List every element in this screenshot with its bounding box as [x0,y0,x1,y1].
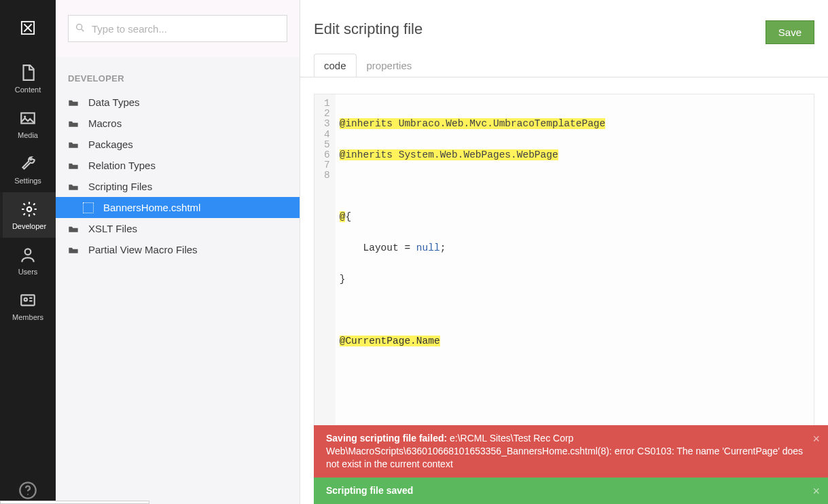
image-icon [19,109,37,127]
help-icon [18,481,37,500]
tree-node-data-types[interactable]: Data Types [56,92,300,113]
nav-label: Media [18,131,38,139]
tree-node-label: Data Types [88,96,140,108]
nav-developer[interactable]: Developer [0,192,56,238]
tree-node-label: Scripting Files [88,181,152,192]
nav-media[interactable]: Media [0,101,56,147]
folder-icon [68,245,79,255]
code-content[interactable]: @inherits Umbraco.Web.Mvc.UmbracoTemplat… [336,94,606,439]
tree-node-label: XSLT Files [88,223,137,234]
tab-properties[interactable]: properties [357,54,422,77]
line-gutter: 1 2 3 4 5 6 7 8 [314,94,336,439]
nav-content[interactable]: Content [0,56,56,101]
svg-point-12 [27,494,29,495]
close-icon[interactable]: × [812,483,820,499]
wrench-icon [19,155,37,173]
tab-code[interactable]: code [314,54,357,77]
nav-label: Users [18,268,38,276]
svg-point-5 [27,206,32,211]
file-icon [83,202,94,213]
svg-point-8 [24,298,27,300]
close-icon[interactable]: × [812,431,820,447]
tree-heading: DEVELOPER [56,64,300,92]
brand-logo[interactable] [0,0,56,56]
tree-node-label: Partial View Macro Files [88,244,198,255]
folder-icon [68,182,79,192]
search-input[interactable] [68,15,287,42]
logo-icon [20,20,35,35]
id-card-icon [19,291,37,309]
folder-icon [68,140,79,149]
toast-error-title: Saving scripting file failed: [326,433,447,444]
editor-tabs: code properties [314,54,828,77]
toast-success: × Scripting file saved [314,478,828,504]
tree-node-label: Packages [88,139,133,150]
browser-status-bar [0,501,149,504]
document-icon [19,64,37,82]
nav-users[interactable]: Users [0,238,56,283]
tree-node-partial-view-macro-files[interactable]: Partial View Macro Files [56,239,300,260]
tree-node-packages[interactable]: Packages [56,134,300,155]
toast-error: × Saving scripting file failed: e:\RCML … [314,425,828,478]
code-editor[interactable]: 1 2 3 4 5 6 7 8 @inherits Umbraco.Web.Mv… [314,94,814,440]
tree-node-relation-types[interactable]: Relation Types [56,155,300,176]
section-tree: DEVELOPER Data Types Macros Packages Rel… [56,0,300,504]
tree-node-label: Macros [88,118,122,129]
folder-icon [68,161,79,170]
nav-label: Members [12,313,43,321]
svg-rect-7 [21,295,35,305]
folder-icon [68,224,79,234]
editor-panel: Edit scripting file Save code properties… [300,0,828,504]
nav-label: Developer [12,222,46,230]
tree-node-scripting-files[interactable]: Scripting Files [56,176,300,197]
tree-node-bannershome[interactable]: BannersHome.cshtml [56,197,300,218]
folder-icon [68,98,79,107]
tree-node-label: Relation Types [88,160,156,171]
svg-line-14 [82,29,84,31]
nav-label: Content [15,86,41,94]
nav-settings[interactable]: Settings [0,147,56,192]
svg-point-13 [77,24,82,30]
page-title: Edit scripting file [314,20,422,38]
help-button[interactable] [0,481,56,500]
tree-node-macros[interactable]: Macros [56,113,300,134]
search-icon [75,22,86,33]
tree-node-label: BannersHome.cshtml [103,202,200,213]
gear-icon [20,200,38,218]
save-button[interactable]: Save [766,20,814,44]
primary-nav: Content Media Settings Developer Users M… [0,0,56,504]
svg-point-6 [25,249,31,255]
tree-node-xslt-files[interactable]: XSLT Files [56,218,300,239]
user-icon [19,246,37,264]
toast-success-text: Scripting file saved [326,485,413,496]
nav-label: Settings [14,177,41,185]
nav-members[interactable]: Members [0,283,56,329]
folder-icon [68,119,79,128]
